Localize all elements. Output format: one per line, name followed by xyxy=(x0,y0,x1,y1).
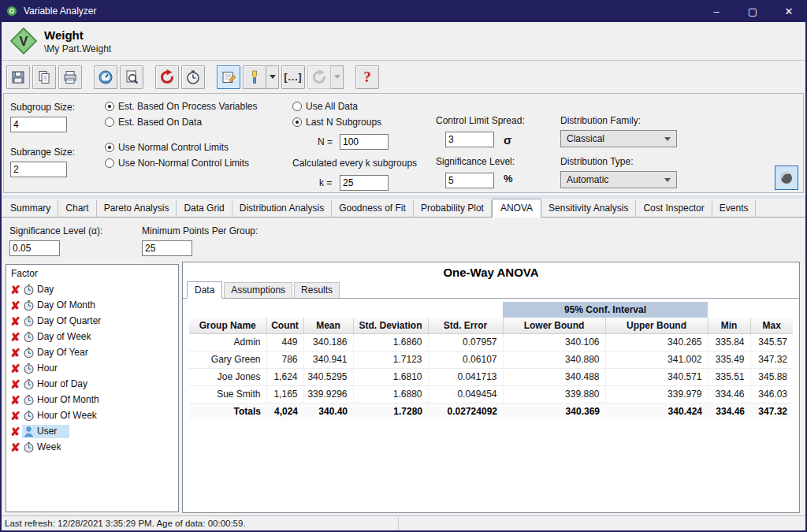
factor-item-user[interactable]: ✘User xyxy=(6,423,178,439)
edit-notes-button[interactable] xyxy=(217,65,240,89)
remove-icon[interactable]: ✘ xyxy=(9,394,22,406)
factor-item-week[interactable]: ✘Week xyxy=(6,439,178,455)
factor-item-hour[interactable]: ✘Hour xyxy=(6,360,178,376)
factor-list: Factor ✘Day ✘Day Of Month ✘Day Of Quarte… xyxy=(6,264,179,512)
percent-symbol: % xyxy=(504,173,513,184)
control-limit-spread-input[interactable] xyxy=(445,132,494,147)
radio-icon xyxy=(105,102,114,111)
remove-icon[interactable]: ✘ xyxy=(9,284,22,296)
maximize-button[interactable]: ▢ xyxy=(734,0,771,22)
gauge-view-button[interactable] xyxy=(775,166,798,190)
highlighter-button[interactable] xyxy=(243,65,266,89)
significance-level-input[interactable] xyxy=(445,173,494,188)
timer-button[interactable] xyxy=(181,65,205,89)
col-group-name: Group Name xyxy=(189,318,266,333)
remove-icon[interactable]: ✘ xyxy=(9,426,22,437)
history-button[interactable] xyxy=(307,65,331,89)
remove-icon[interactable]: ✘ xyxy=(9,441,22,453)
radio-use-all-data[interactable]: Use All Data xyxy=(292,101,358,112)
gauge-button[interactable] xyxy=(94,65,117,89)
subrange-size-input[interactable] xyxy=(10,162,67,177)
remove-icon[interactable]: ✘ xyxy=(9,410,22,422)
title-bar: Variable Analyzer – ▢ ✕ xyxy=(0,0,807,22)
clock-icon xyxy=(23,441,35,453)
clock-icon xyxy=(23,331,35,343)
anova-tab-content: Significance Level (α): Minimum Points P… xyxy=(2,218,805,515)
preview-button[interactable] xyxy=(120,65,143,89)
highlighter-dropdown[interactable] xyxy=(266,65,279,89)
radio-normal-limits[interactable]: Use Normal Control Limits xyxy=(105,142,229,153)
n-input[interactable] xyxy=(340,134,389,150)
factor-item-hour-of-month[interactable]: ✘Hour Of Month xyxy=(6,392,178,407)
alpha-label: Significance Level (α): xyxy=(9,225,102,236)
radio-est-data[interactable]: Est. Based On Data xyxy=(105,117,202,128)
tab-probability-plot[interactable]: Probability Plot xyxy=(414,200,492,217)
print-button[interactable] xyxy=(58,65,82,89)
variable-title: Weight xyxy=(44,28,111,42)
minimize-button[interactable]: – xyxy=(698,0,734,22)
close-button[interactable]: ✕ xyxy=(771,0,807,22)
factor-item-day-of-week[interactable]: ✘Day of Week xyxy=(6,329,178,344)
ellipsis-button[interactable]: [...] xyxy=(281,65,305,89)
alpha-input[interactable] xyxy=(9,240,60,256)
remove-icon[interactable]: ✘ xyxy=(9,363,22,374)
radio-last-n-subgroups[interactable]: Last N Subgroups xyxy=(292,117,381,128)
history-dropdown[interactable] xyxy=(331,65,344,89)
save-icon xyxy=(10,69,26,85)
clock-icon xyxy=(23,299,35,311)
refresh-icon xyxy=(159,69,175,85)
table-row: Joe Jones1,624340.52951.68100.041713340.… xyxy=(189,368,793,385)
radio-non-normal-limits[interactable]: Use Non-Normal Control Limits xyxy=(105,158,249,169)
tab-anova[interactable]: ANOVA xyxy=(492,199,541,218)
table-header-row: Group Name Count Mean Std. Deviation Std… xyxy=(189,318,793,333)
subtab-data[interactable]: Data xyxy=(187,281,222,299)
help-button[interactable]: ? xyxy=(355,65,379,89)
ellipsis-icon: [...] xyxy=(284,72,303,83)
col-std-error: Std. Error xyxy=(428,318,503,333)
tab-sensitivity-analysis[interactable]: Sensitivity Analysis xyxy=(541,200,636,217)
factor-item-hour-of-day[interactable]: ✘Hour of Day xyxy=(6,376,178,392)
radio-est-process[interactable]: Est. Based On Process Variables xyxy=(105,101,258,112)
save-button[interactable] xyxy=(6,65,30,89)
n-label: N = xyxy=(318,136,333,147)
chevron-down-icon xyxy=(334,75,340,79)
tab-data-grid[interactable]: Data Grid xyxy=(177,200,232,217)
highlighter-icon xyxy=(247,69,262,85)
factor-item-day-of-month[interactable]: ✘Day Of Month xyxy=(6,297,178,313)
tab-events[interactable]: Events xyxy=(712,200,757,217)
remove-icon[interactable]: ✘ xyxy=(9,378,22,390)
tab-pareto-analysis[interactable]: Pareto Analysis xyxy=(97,200,177,217)
k-label: k = xyxy=(319,177,332,188)
copy-icon xyxy=(36,69,52,85)
edit-notes-icon xyxy=(221,69,236,85)
min-points-input[interactable] xyxy=(142,240,192,256)
subtab-results[interactable]: Results xyxy=(294,282,340,298)
clock-icon xyxy=(23,284,35,296)
subgroup-size-input[interactable] xyxy=(10,117,67,132)
factor-item-day[interactable]: ✘Day xyxy=(6,281,178,297)
distribution-type-select[interactable]: Automatic xyxy=(560,171,677,188)
tab-cost-inspector[interactable]: Cost Inspector xyxy=(636,200,712,217)
factor-item-hour-of-week[interactable]: ✘Hour Of Week xyxy=(6,407,178,423)
subtab-assumptions[interactable]: Assumptions xyxy=(224,282,292,298)
settings-panel: Subgroup Size: Subrange Size: Est. Based… xyxy=(3,93,804,193)
remove-icon[interactable]: ✘ xyxy=(9,315,22,327)
col-count: Count xyxy=(266,318,303,333)
factor-item-day-of-year[interactable]: ✘Day Of Year xyxy=(6,344,178,360)
factor-item-day-of-quarter[interactable]: ✘Day Of Quarter xyxy=(6,313,178,329)
refresh-button[interactable] xyxy=(155,65,179,89)
remove-icon[interactable]: ✘ xyxy=(9,331,22,343)
app-header: V Weight \My Part.Weight xyxy=(2,22,805,61)
remove-icon[interactable]: ✘ xyxy=(9,299,22,311)
tab-goodness-of-fit[interactable]: Goodness of Fit xyxy=(332,200,414,217)
copy-button[interactable] xyxy=(32,65,56,89)
status-divider xyxy=(398,517,399,530)
col-upper-bound: Upper Bound xyxy=(605,318,708,333)
clock-icon xyxy=(23,347,35,359)
remove-icon[interactable]: ✘ xyxy=(9,347,22,359)
k-input[interactable] xyxy=(340,175,389,191)
distribution-family-select[interactable]: Classical xyxy=(560,130,677,147)
tab-chart[interactable]: Chart xyxy=(58,200,96,217)
tab-distribution-analysis[interactable]: Distribution Analysis xyxy=(232,200,332,217)
tab-summary[interactable]: Summary xyxy=(3,200,58,217)
